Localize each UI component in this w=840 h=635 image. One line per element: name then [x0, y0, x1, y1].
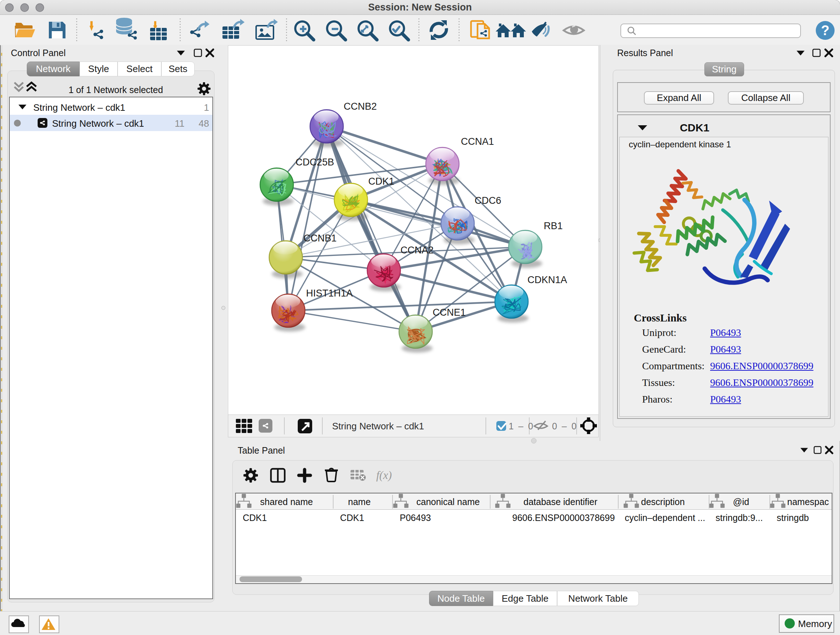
svg-text:HIST1H1A: HIST1H1A — [306, 288, 353, 299]
svg-text:CCNA1: CCNA1 — [461, 136, 494, 147]
svg-text:CDKN1A: CDKN1A — [527, 274, 567, 285]
svg-text:CCNE1: CCNE1 — [433, 307, 466, 318]
svg-text:CDC25B: CDC25B — [295, 157, 334, 168]
svg-text:RB1: RB1 — [544, 220, 563, 231]
svg-text:CCNB1: CCNB1 — [303, 233, 337, 244]
svg-text:?: ? — [821, 23, 829, 38]
svg-text:CDK1: CDK1 — [368, 176, 394, 187]
svg-text:CCNB2: CCNB2 — [344, 101, 377, 112]
svg-text:CDC6: CDC6 — [475, 195, 501, 206]
svg-text:CCNA2: CCNA2 — [401, 245, 434, 256]
